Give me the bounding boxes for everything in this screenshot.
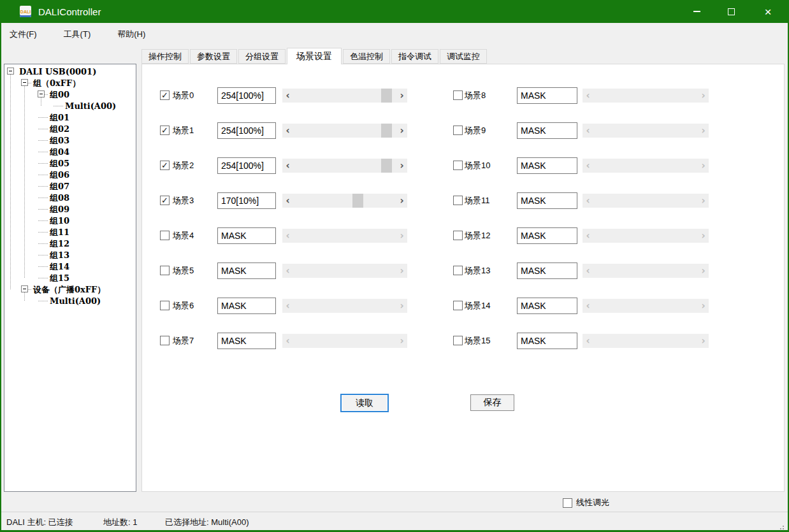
scene-value-input[interactable] [517, 192, 577, 209]
scrollbar-right-arrow-icon[interactable]: › [396, 194, 407, 208]
app-icon: DALI [20, 6, 31, 17]
scene-value-input[interactable] [517, 87, 577, 104]
scrollbar-left-arrow-icon[interactable]: ‹ [282, 124, 293, 138]
tab-2[interactable]: 分组设置 [238, 49, 286, 64]
scene-value-input[interactable] [517, 227, 577, 244]
scene-scrollbar[interactable]: ‹› [282, 124, 407, 138]
scene-checkbox[interactable] [453, 301, 463, 310]
scene-checkbox[interactable] [453, 266, 463, 275]
tree-expander-minus[interactable] [21, 285, 28, 292]
scene-scrollbar[interactable]: ‹› [583, 159, 709, 173]
scrollbar-right-arrow-icon[interactable]: › [396, 89, 407, 103]
scene-value-input[interactable] [517, 157, 577, 174]
resize-grip[interactable] [783, 526, 784, 527]
scene-scrollbar[interactable]: ‹› [583, 334, 709, 348]
tab-5[interactable]: 指令调试 [391, 49, 438, 64]
scrollbar-right-arrow-icon: › [396, 299, 407, 313]
scrollbar-left-arrow-icon: ‹ [282, 299, 293, 313]
menu-item-1[interactable]: 工具(T) [57, 29, 98, 40]
scene-checkbox[interactable] [453, 336, 463, 345]
tab-0[interactable]: 操作控制 [141, 49, 189, 64]
scene-value-input[interactable] [217, 192, 276, 209]
scene-value-input[interactable] [217, 333, 276, 349]
tree-expander-minus[interactable] [7, 68, 14, 75]
scrollbar-right-arrow-icon[interactable]: › [396, 159, 407, 173]
scene-scrollbar[interactable]: ‹› [583, 299, 709, 313]
tab-1[interactable]: 参数设置 [190, 49, 237, 64]
tab-4[interactable]: 色温控制 [343, 49, 390, 64]
scene-scrollbar[interactable]: ‹› [282, 334, 407, 348]
scene-checkbox[interactable]: ✓ [160, 196, 170, 205]
scene-scrollbar[interactable]: ‹› [282, 264, 407, 278]
scene-scrollbar[interactable]: ‹› [583, 124, 709, 138]
scene-value-input[interactable] [517, 333, 577, 349]
scrollbar-right-arrow-icon: › [698, 194, 709, 208]
scrollbar-left-arrow-icon[interactable]: ‹ [282, 89, 293, 103]
scene-row: 场景7‹› [160, 333, 407, 349]
scene-scrollbar[interactable]: ‹› [583, 264, 709, 278]
minimize-button[interactable] [682, 0, 711, 23]
tree-expander-minus[interactable] [21, 79, 28, 86]
scene-value-input[interactable] [517, 298, 577, 314]
scrollbar-thumb[interactable] [352, 194, 363, 208]
tab-6[interactable]: 调试监控 [440, 49, 487, 64]
scene-checkbox[interactable] [453, 126, 463, 135]
scene-checkbox[interactable] [160, 336, 170, 345]
tree-item[interactable]: DALI USB(0001) [4, 66, 136, 78]
scene-checkbox[interactable]: ✓ [160, 161, 170, 170]
tree-expander-minus[interactable] [38, 90, 45, 97]
app-window: DALI DALIController × 文件(F)工具(T)帮助(H) DA… [0, 0, 789, 532]
linear-dimming-checkbox[interactable] [563, 498, 572, 508]
scene-value-input[interactable] [217, 227, 276, 244]
minimize-icon [693, 11, 700, 12]
scrollbar-left-arrow-icon[interactable]: ‹ [282, 159, 293, 173]
scene-scrollbar[interactable]: ‹› [282, 299, 407, 313]
scrollbar-right-arrow-icon[interactable]: › [396, 124, 407, 138]
scene-checkbox[interactable]: ✓ [160, 90, 170, 100]
scene-value-input[interactable] [217, 122, 276, 139]
scene-scrollbar[interactable]: ‹› [282, 229, 407, 243]
scene-value-input[interactable] [217, 262, 276, 279]
scrollbar-left-arrow-icon[interactable]: ‹ [282, 194, 293, 208]
scene-row: 场景14‹› [453, 298, 709, 314]
menu-item-0[interactable]: 文件(F) [3, 29, 43, 40]
scene-checkbox[interactable]: ✓ [160, 126, 170, 135]
maximize-button[interactable] [716, 0, 746, 23]
scene-checkbox[interactable] [453, 90, 463, 100]
scene-value-input[interactable] [217, 87, 276, 104]
scene-scrollbar[interactable]: ‹› [282, 159, 407, 173]
scene-value-input[interactable] [517, 262, 577, 279]
scene-value-input[interactable] [217, 157, 276, 174]
scrollbar-right-arrow-icon: › [396, 264, 407, 278]
scrollbar-thumb[interactable] [381, 89, 392, 103]
scene-value-input[interactable] [517, 122, 577, 139]
save-button[interactable]: 保存 [470, 394, 514, 411]
scene-label: 场景6 [173, 300, 194, 312]
scene-checkbox[interactable] [160, 301, 170, 310]
scene-checkbox[interactable] [453, 161, 463, 170]
scene-label: 场景14 [465, 300, 490, 312]
scene-scrollbar[interactable]: ‹› [583, 229, 709, 243]
tree-item-label: 组00 [50, 89, 69, 101]
scene-value-input[interactable] [217, 298, 276, 314]
scene-checkbox[interactable] [160, 231, 170, 240]
menu-item-2[interactable]: 帮助(H) [111, 29, 152, 40]
device-tree: DALI USB(0001)组（0xFF）组00Multi(A00)组01组02… [4, 64, 136, 492]
scene-checkbox[interactable] [453, 196, 463, 205]
scene-scrollbar[interactable]: ‹› [282, 194, 407, 208]
tree-connector [38, 140, 48, 141]
close-button[interactable]: × [753, 0, 783, 23]
tree-item-label: 组15 [50, 273, 69, 284]
read-button[interactable]: 读取 [340, 394, 389, 412]
tree-guide-line [10, 75, 11, 289]
scene-scrollbar[interactable]: ‹› [583, 89, 709, 103]
scene-scrollbar[interactable]: ‹› [282, 89, 407, 103]
scene-checkbox[interactable] [160, 266, 170, 275]
scrollbar-thumb[interactable] [381, 124, 392, 138]
scrollbar-thumb[interactable] [381, 159, 392, 173]
tree-guide-line [41, 97, 41, 106]
scene-checkbox[interactable] [453, 231, 463, 240]
scrollbar-right-arrow-icon: › [698, 334, 709, 348]
tab-3[interactable]: 场景设置 [287, 48, 342, 64]
scene-scrollbar[interactable]: ‹› [583, 194, 709, 208]
